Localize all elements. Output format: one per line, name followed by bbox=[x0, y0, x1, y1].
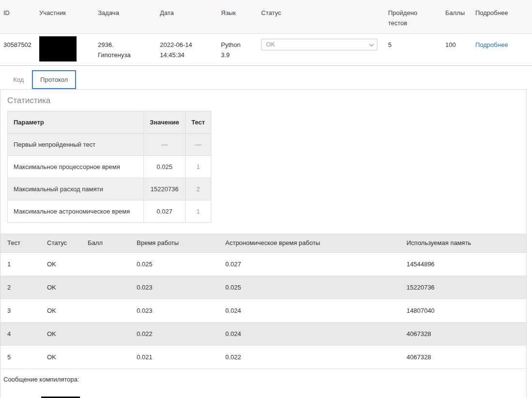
status-select-value: OK bbox=[266, 40, 275, 50]
table-row: 1 OK 0.025 0.027 14544896 bbox=[0, 253, 526, 276]
statistics-section: Статистика Параметр Значение Тест Первый… bbox=[0, 90, 526, 233]
stats-col-value: Значение bbox=[144, 111, 186, 134]
table-row: 4 OK 0.022 0.024 4067328 bbox=[0, 322, 526, 346]
statistics-table: Параметр Значение Тест Первый непройденн… bbox=[7, 111, 211, 223]
test-time: 0.023 bbox=[130, 276, 219, 299]
tab-code[interactable]: Код bbox=[5, 70, 32, 89]
time-value: 14:45:34 bbox=[160, 50, 216, 61]
statistics-header-row: Параметр Значение Тест bbox=[8, 111, 211, 134]
test-score bbox=[81, 322, 130, 346]
test-astro-time: 0.024 bbox=[219, 322, 400, 346]
stat-value: 0.027 bbox=[144, 200, 186, 223]
test-memory: 14544896 bbox=[400, 253, 526, 276]
table-row: Максимальное астрономическое время 0.027… bbox=[8, 200, 211, 223]
tests-table: Тест Статус Балл Время работы Астрономич… bbox=[0, 233, 526, 369]
test-status: OK bbox=[40, 276, 81, 299]
status-select[interactable]: OK bbox=[261, 39, 377, 50]
table-row: Максимальное процессорное время 0.025 1 bbox=[8, 156, 211, 178]
test-memory: 4067328 bbox=[400, 322, 526, 346]
test-status: OK bbox=[40, 299, 81, 322]
test-astro-time: 0.024 bbox=[219, 299, 400, 322]
participant-redacted-box bbox=[39, 36, 77, 61]
tests-col-status: Статус bbox=[40, 233, 81, 253]
test-astro-time: 0.025 bbox=[219, 276, 400, 299]
tests-header-row: Тест Статус Балл Время работы Астрономич… bbox=[0, 233, 526, 253]
date-value: 2022-06-14 bbox=[160, 40, 216, 50]
stat-param: Максимальное астрономическое время bbox=[8, 200, 144, 223]
stat-test: — bbox=[186, 134, 211, 156]
test-number: 1 bbox=[0, 253, 40, 276]
protocol-panel: Статистика Параметр Значение Тест Первый… bbox=[0, 89, 527, 398]
test-number: 5 bbox=[0, 346, 40, 369]
submission-task: 2936. Гипотенуза bbox=[98, 34, 160, 65]
test-memory: 15220736 bbox=[400, 276, 526, 299]
test-score bbox=[81, 299, 130, 322]
test-astro-time: 0.027 bbox=[219, 253, 400, 276]
submission-language: Python 3.9 bbox=[221, 34, 261, 65]
test-time: 0.022 bbox=[130, 322, 219, 346]
stat-param: Максимальное процессорное время bbox=[8, 156, 144, 178]
col-language: Язык bbox=[221, 0, 261, 33]
table-row: 2 OK 0.023 0.025 15220736 bbox=[0, 276, 526, 299]
statistics-title: Статистика bbox=[7, 96, 519, 106]
tab-bar: Код Протокол bbox=[0, 70, 532, 89]
points-value: 100 bbox=[445, 34, 475, 65]
tests-col-memory: Используемая память bbox=[400, 233, 526, 253]
test-time: 0.021 bbox=[130, 346, 219, 369]
stats-col-param: Параметр bbox=[8, 111, 144, 134]
submission-id: 30587502 bbox=[0, 34, 39, 65]
test-astro-time: 0.022 bbox=[219, 346, 400, 369]
tests-col-astro-time: Астрономическое время работы bbox=[219, 233, 400, 253]
test-status: OK bbox=[40, 322, 81, 346]
table-row: 5 OK 0.021 0.022 4067328 bbox=[0, 346, 526, 369]
col-status: Статус bbox=[261, 0, 388, 33]
stat-test: 2 bbox=[186, 178, 211, 200]
submission-header-row: ID Участник Задача Дата Язык Статус Прой… bbox=[0, 0, 532, 34]
task-number: 2936. bbox=[98, 40, 155, 50]
stat-test: 1 bbox=[186, 156, 211, 178]
table-row: 3 OK 0.023 0.024 14807040 bbox=[0, 299, 526, 322]
stat-value: 0.025 bbox=[144, 156, 186, 178]
test-time: 0.025 bbox=[130, 253, 219, 276]
tests-col-score: Балл bbox=[81, 233, 130, 253]
test-score bbox=[81, 276, 130, 299]
col-date: Дата bbox=[160, 0, 221, 33]
test-status: OK bbox=[40, 346, 81, 369]
test-number: 4 bbox=[0, 322, 40, 346]
stat-param: Первый непройденный тест bbox=[8, 134, 144, 156]
tab-protocol[interactable]: Протокол bbox=[32, 70, 76, 89]
col-task: Задача bbox=[98, 0, 160, 33]
test-score bbox=[81, 253, 130, 276]
test-score bbox=[81, 346, 130, 369]
submission-date: 2022-06-14 14:45:34 bbox=[160, 34, 221, 65]
details-link[interactable]: Подробнее bbox=[475, 41, 508, 48]
language-version: 3.9 bbox=[221, 50, 256, 61]
test-memory: 14807040 bbox=[400, 299, 526, 322]
stat-param: Максимальный расход памяти bbox=[8, 178, 144, 200]
compiler-message-label: Сообщение компилятора: bbox=[0, 369, 526, 383]
test-memory: 4067328 bbox=[400, 346, 526, 369]
stats-col-test: Тест bbox=[186, 111, 211, 134]
col-participant: Участник bbox=[39, 0, 98, 33]
tests-passed-value: 5 bbox=[388, 34, 445, 65]
tests-col-time: Время работы bbox=[130, 233, 219, 253]
test-time: 0.023 bbox=[130, 299, 219, 322]
tests-col-test: Тест bbox=[0, 233, 40, 253]
test-number: 3 bbox=[0, 299, 40, 322]
task-title: Гипотенуза bbox=[98, 50, 155, 61]
test-number: 2 bbox=[0, 276, 40, 299]
table-row: Первый непройденный тест — — bbox=[8, 134, 211, 156]
stat-value: — bbox=[144, 134, 186, 156]
col-details: Подробнее bbox=[475, 0, 532, 33]
col-id: ID bbox=[0, 0, 39, 33]
chevron-down-icon bbox=[369, 42, 374, 46]
stat-test: 1 bbox=[186, 200, 211, 223]
test-status: OK bbox=[40, 253, 81, 276]
language-name: Python bbox=[221, 40, 256, 50]
table-row: Максимальный расход памяти 15220736 2 bbox=[8, 178, 211, 200]
col-tests-passed: Пройдено тестов bbox=[388, 0, 431, 33]
col-points: Баллы bbox=[445, 0, 475, 33]
submission-row: 30587502 2936. Гипотенуза 2022-06-14 14:… bbox=[0, 34, 532, 66]
stat-value: 15220736 bbox=[144, 178, 186, 200]
